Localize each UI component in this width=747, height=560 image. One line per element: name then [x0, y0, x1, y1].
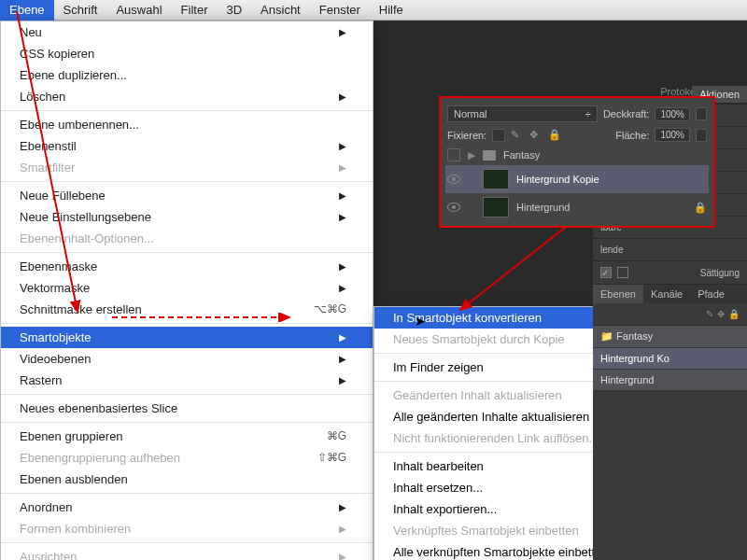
menu-item-label: Geänderten Inhalt aktualisieren: [393, 387, 562, 403]
menubar-item-hilfe[interactable]: Hilfe: [370, 0, 413, 21]
menubar-item-3d[interactable]: 3D: [217, 0, 251, 21]
lock-all-icon[interactable]: 🔒: [548, 129, 561, 142]
shortcut: ⇧⌘G: [317, 450, 346, 466]
menu-item-label: Im Finder zeigen: [393, 359, 484, 375]
lock-label: Fixieren:: [447, 130, 486, 141]
menu-item-label: Inhalt ersetzen...: [393, 480, 483, 496]
menu-item-label: Smartfilter: [20, 160, 75, 175]
menu-item[interactable]: Schnittmaske erstellen⌥⌘G: [1, 299, 373, 320]
lock-position-icon[interactable]: ✥: [529, 129, 543, 142]
menu-item[interactable]: Neue Einstellungsebene▶: [1, 206, 373, 228]
separator: [1, 252, 373, 253]
menu-item[interactable]: Neu▶: [1, 21, 373, 43]
menu-item: Ausrichten▶: [1, 546, 373, 560]
menu-item-label: Ebeneninhalt-Optionen...: [20, 231, 154, 246]
separator: [1, 394, 373, 395]
menu-item[interactable]: Neue Füllebene▶: [1, 185, 373, 206]
menu-item-label: Neues ebenenbasiertes Slice: [20, 400, 177, 416]
menu-item[interactable]: Löschen▶: [1, 86, 373, 107]
layer-row[interactable]: Hintergrund 🔒: [445, 193, 709, 221]
menu-item-label: Ebene umbenennen...: [20, 117, 139, 133]
blend-mode-value: Normal: [454, 108, 486, 119]
menu-item-label: In Smartobjekt konvertieren: [393, 310, 542, 326]
shortcut: ⌘G: [327, 428, 346, 444]
layer-name: Hintergrund: [516, 202, 570, 213]
menubar-item-ebene[interactable]: Ebene: [0, 0, 54, 21]
menu-item-label: Neu: [20, 24, 42, 40]
separator: [1, 110, 373, 111]
menu-item[interactable]: Smartobjekte▶: [1, 327, 373, 348]
menu-item-label: Neue Einstellungsebene: [20, 209, 151, 225]
visibility-toggle[interactable]: [447, 148, 460, 161]
menu-item[interactable]: Ebenen ausblenden: [1, 469, 373, 490]
menubar-item-filter[interactable]: Filter: [172, 0, 218, 21]
menu-item-label: Ebenen gruppieren: [20, 428, 123, 444]
menu-item-label: Nicht funktionierenden Link auflösen...: [393, 430, 599, 446]
menu-item-label: Ausrichten: [20, 549, 77, 560]
layer-row[interactable]: Hintergrund Kopie: [445, 165, 709, 193]
menu-item[interactable]: Vektormaske▶: [1, 277, 373, 299]
menu-item[interactable]: Anordnen▶: [1, 497, 373, 518]
menu-item[interactable]: Rastern▶: [1, 370, 373, 391]
submenu-arrow-icon: ▶: [339, 351, 346, 367]
menubar-item-schrift[interactable]: Schrift: [54, 0, 107, 21]
layer-row[interactable]: Hintergrund Ko: [593, 348, 747, 370]
submenu-arrow-icon: ▶: [339, 499, 346, 515]
pfade-tab[interactable]: Pfade: [690, 285, 732, 303]
menu-item-label: Rastern: [20, 372, 63, 388]
menu-item-label: Neues Smartobjekt durch Kopie: [393, 331, 565, 347]
separator: [1, 542, 373, 543]
menu-item-label: Alle verknüpften Smartobjekte einbetten: [393, 544, 609, 560]
opacity-value[interactable]: 100%: [655, 107, 690, 121]
fill-label: Fläche:: [615, 130, 649, 141]
filter-icon[interactable]: ✎: [706, 309, 713, 319]
menu-item[interactable]: Videoebenen▶: [1, 348, 373, 370]
menu-item[interactable]: CSS kopieren: [1, 43, 373, 64]
opacity-dropdown-icon[interactable]: [696, 107, 707, 120]
ebenen-tab[interactable]: Ebenen: [593, 285, 643, 303]
layer-thumbnail: [483, 197, 509, 217]
menu-item[interactable]: Ebenenmaske▶: [1, 256, 373, 277]
menu-item-label: Videoebenen: [20, 351, 91, 367]
checkbox[interactable]: [617, 267, 628, 278]
menu-item-label: Schnittmaske erstellen: [20, 301, 142, 317]
folder-icon: 📁: [600, 330, 613, 342]
blend-mode-select[interactable]: Normal÷: [447, 105, 598, 122]
layer-group[interactable]: 📁 Fantasy: [593, 326, 747, 348]
menubar-item-fenster[interactable]: Fenster: [310, 0, 370, 21]
lock-pixels-icon[interactable]: ✎: [511, 129, 524, 142]
kanaele-tab[interactable]: Kanäle: [643, 285, 690, 303]
menu-item-label: CSS kopieren: [20, 46, 94, 62]
menu-item: Ebeneninhalt-Optionen...: [1, 228, 373, 249]
lock-transparency-icon[interactable]: [492, 129, 505, 142]
layer-row[interactable]: Hintergrund: [593, 370, 747, 391]
menu-item[interactable]: Ebene duplizieren...: [1, 64, 373, 86]
submenu-arrow-icon: ▶: [339, 138, 346, 154]
menu-item-label: Vektormaske: [20, 280, 90, 296]
menu-item[interactable]: Ebenenstil▶: [1, 135, 373, 157]
fill-dropdown-icon[interactable]: [696, 129, 707, 142]
group-name: Fantasy: [503, 149, 540, 161]
separator: [1, 181, 373, 182]
submenu-arrow-icon: ▶: [339, 209, 346, 225]
menu-item[interactable]: Neues ebenenbasiertes Slice: [1, 398, 373, 419]
menu-item[interactable]: Ebenen gruppieren⌘G: [1, 426, 373, 447]
eye-icon[interactable]: [447, 203, 460, 212]
menu-item-label: Anordnen: [20, 499, 72, 515]
menu-item[interactable]: Ebene umbenennen...: [1, 114, 373, 135]
fill-value[interactable]: 100%: [655, 128, 690, 142]
menubar-item-auswahl[interactable]: Auswahl: [106, 0, 171, 21]
eye-icon[interactable]: [447, 175, 460, 184]
move-icon[interactable]: ✥: [717, 309, 725, 319]
layer-group-row[interactable]: ▶ Fantasy: [445, 145, 709, 165]
menu-item-label: Formen kombinieren: [20, 521, 131, 537]
submenu-arrow-icon: ▶: [339, 280, 346, 296]
shortcut: ⌥⌘G: [314, 301, 346, 317]
layer-menu-dropdown: Neu▶CSS kopierenEbene duplizieren...Lösc…: [0, 21, 374, 560]
lock-icon[interactable]: 🔒: [728, 309, 740, 319]
action-item[interactable]: lende: [593, 239, 747, 261]
checkbox[interactable]: ✓: [600, 267, 612, 278]
separator: [1, 422, 373, 423]
menubar-item-ansicht[interactable]: Ansicht: [251, 0, 310, 21]
expand-arrow-icon[interactable]: ▶: [468, 149, 475, 161]
